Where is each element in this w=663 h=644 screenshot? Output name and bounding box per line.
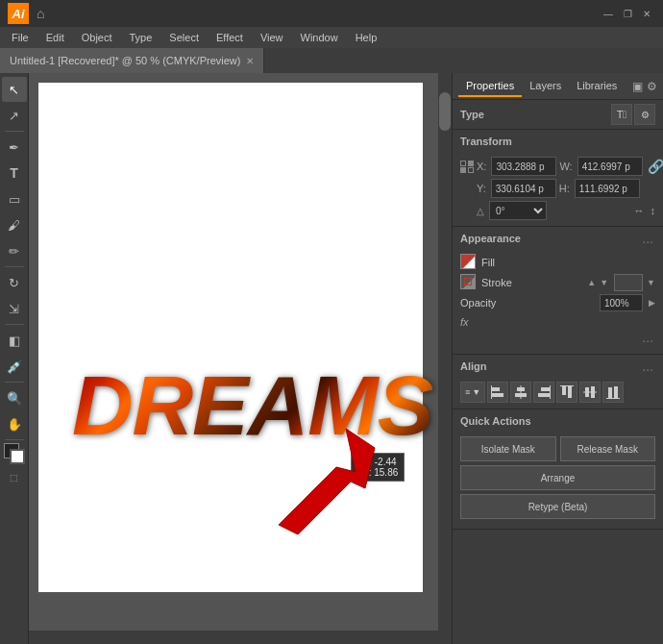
menu-effect[interactable]: Effect xyxy=(209,30,251,45)
menu-window[interactable]: Window xyxy=(293,30,346,45)
maximize-button[interactable]: ❐ xyxy=(619,5,636,22)
svg-rect-9 xyxy=(550,385,551,399)
pencil-tool[interactable]: ✏ xyxy=(2,238,27,263)
horizontal-scrollbar[interactable] xyxy=(29,631,438,644)
fx-label[interactable]: fx xyxy=(460,314,469,330)
fill-swatch[interactable] xyxy=(460,254,478,271)
dreams-text-object[interactable]: DREAMS xyxy=(72,357,432,455)
align-center-v-button[interactable] xyxy=(579,382,601,403)
align-title: Align xyxy=(460,360,487,372)
stroke-color-box[interactable] xyxy=(614,274,643,291)
tool-separator-4 xyxy=(5,382,24,383)
panel-arrange-icon[interactable]: ▣ xyxy=(632,80,643,93)
type-icon-button[interactable]: T⃣ xyxy=(611,104,632,125)
hand-tool[interactable]: ✋ xyxy=(2,411,27,436)
type-settings-button[interactable]: ⚙ xyxy=(634,104,655,125)
tool-separator-5 xyxy=(5,439,24,440)
align-section: Align ··· ≡ ▼ xyxy=(453,355,663,409)
menu-file[interactable]: File xyxy=(4,30,37,45)
svg-rect-11 xyxy=(568,386,572,398)
align-top-button[interactable] xyxy=(556,382,577,403)
stroke-up-arrow[interactable]: ▲ xyxy=(587,278,596,287)
direct-selection-tool[interactable]: ↗ xyxy=(2,103,27,128)
fill-label: Fill xyxy=(481,257,655,268)
isolate-mask-button[interactable]: Isolate Mask xyxy=(460,436,556,461)
h-label: H: xyxy=(559,183,572,194)
quick-actions-title: Quick Actions xyxy=(460,415,531,427)
opacity-input[interactable] xyxy=(600,294,643,311)
eyedropper-tool[interactable]: 💉 xyxy=(2,354,27,379)
arrange-button[interactable]: Arrange xyxy=(460,465,655,490)
color-controls xyxy=(4,443,25,464)
mask-buttons-row: Isolate Mask Release Mask xyxy=(460,436,655,461)
tab-close-button[interactable]: ✕ xyxy=(246,56,254,66)
minimize-button[interactable]: — xyxy=(600,5,617,22)
pen-tool[interactable]: ✒ xyxy=(2,135,27,160)
shape-tool[interactable]: ▭ xyxy=(2,186,27,211)
align-left-button[interactable] xyxy=(487,382,508,403)
constrain-proportions-icon[interactable]: 🔗 xyxy=(648,159,663,174)
zoom-tool[interactable]: 🔍 xyxy=(2,385,27,410)
scroll-thumb-vertical[interactable] xyxy=(439,92,451,131)
transform-row-angle: △ 0° ↔ ↕ xyxy=(460,201,655,220)
selection-tool[interactable]: ↖ xyxy=(2,77,27,102)
appearance-more[interactable]: ··· xyxy=(640,234,655,249)
svg-rect-3 xyxy=(491,385,492,399)
tool-separator-3 xyxy=(5,324,24,325)
flip-horizontal-icon[interactable]: ↔ xyxy=(634,205,645,216)
tab-layers[interactable]: Layers xyxy=(522,76,569,97)
svg-rect-10 xyxy=(562,386,566,395)
panel-tabs: Properties Layers Libraries ▣ ⚙ xyxy=(453,73,663,100)
svg-rect-7 xyxy=(541,387,550,391)
align-bottom-button[interactable] xyxy=(602,382,624,403)
type-tool[interactable]: T xyxy=(2,161,27,186)
tab-libraries[interactable]: Libraries xyxy=(569,76,625,97)
panel-settings-icon[interactable]: ⚙ xyxy=(647,80,657,93)
menu-object[interactable]: Object xyxy=(74,30,120,45)
home-icon[interactable]: ⌂ xyxy=(37,6,44,21)
menu-select[interactable]: Select xyxy=(161,30,207,45)
document-tab[interactable]: Untitled-1 [Recovered]* @ 50 % (CMYK/Pre… xyxy=(0,48,264,73)
opacity-expand-arrow[interactable]: ▶ xyxy=(649,298,655,308)
panel-icon-controls: ▣ ⚙ xyxy=(632,80,657,93)
main-layout: ↖ ↗ ✒ T ▭ 🖌 ✏ ↻ ⇲ ◧ 💉 🔍 ✋ ⬚ DREAMS xyxy=(0,73,663,644)
stroke-swatch[interactable] xyxy=(460,274,478,291)
svg-rect-12 xyxy=(560,385,574,386)
angle-select[interactable]: 0° xyxy=(489,201,547,220)
h-input[interactable] xyxy=(575,179,640,198)
align-center-h-button[interactable] xyxy=(510,382,531,403)
tab-bar: Untitled-1 [Recovered]* @ 50 % (CMYK/Pre… xyxy=(0,48,663,73)
x-input[interactable] xyxy=(491,157,556,176)
paintbrush-tool[interactable]: 🖌 xyxy=(2,212,27,237)
rotate-tool[interactable]: ↻ xyxy=(2,270,27,295)
svg-rect-2 xyxy=(492,393,503,397)
align-more[interactable]: ··· xyxy=(640,361,655,377)
scale-tool[interactable]: ⇲ xyxy=(2,296,27,321)
align-right-button[interactable] xyxy=(533,382,554,403)
tab-label: Untitled-1 [Recovered]* @ 50 % (CMYK/Pre… xyxy=(10,55,240,66)
retype-button[interactable]: Retype (Beta) xyxy=(460,494,655,519)
tool-separator-1 xyxy=(5,131,24,132)
menu-type[interactable]: Type xyxy=(122,30,160,45)
align-to-dropdown[interactable]: ≡ ▼ xyxy=(460,382,485,403)
stroke-down-arrow[interactable]: ▼ xyxy=(600,278,608,287)
menu-edit[interactable]: Edit xyxy=(38,30,72,45)
artboard-tool[interactable]: ⬚ xyxy=(2,465,27,490)
window-controls: — ❐ ✕ xyxy=(600,5,655,22)
vertical-scrollbar[interactable] xyxy=(438,73,452,644)
appearance-ellipsis[interactable]: ··· xyxy=(640,333,655,348)
canvas-area[interactable]: DREAMS dX: -2.44 dY: 15.86 xyxy=(29,73,452,644)
align-to-dropdown-arrow: ▼ xyxy=(472,387,480,397)
flip-vertical-icon[interactable]: ↕ xyxy=(651,205,656,216)
gradient-tool[interactable]: ◧ xyxy=(2,328,27,353)
menu-help[interactable]: Help xyxy=(348,30,385,45)
stroke-dropdown-arrow[interactable]: ▼ xyxy=(647,278,655,287)
y-label: Y: xyxy=(477,183,488,194)
tab-properties[interactable]: Properties xyxy=(458,76,522,97)
close-button[interactable]: ✕ xyxy=(638,5,655,22)
y-input[interactable] xyxy=(491,179,556,198)
fill-stroke-indicator[interactable] xyxy=(4,443,25,464)
release-mask-button[interactable]: Release Mask xyxy=(560,436,656,461)
w-input[interactable] xyxy=(577,157,643,176)
menu-view[interactable]: View xyxy=(253,30,291,45)
